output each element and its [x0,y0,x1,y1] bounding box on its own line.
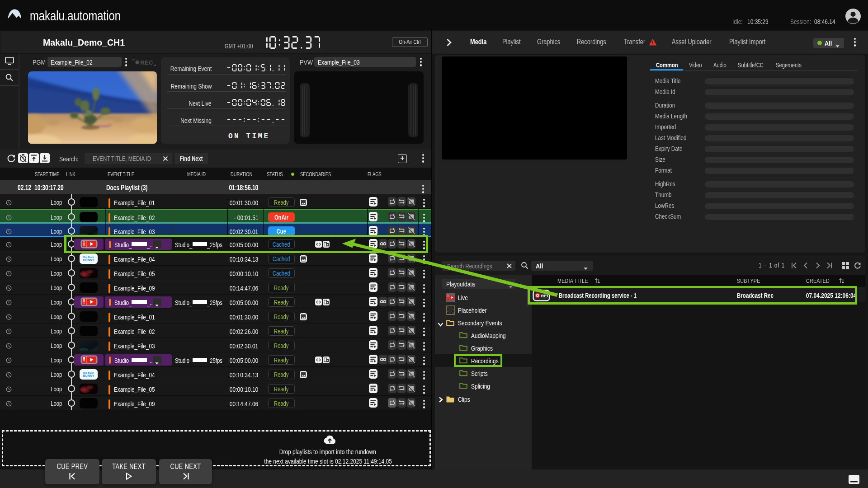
svg-text:REC: REC [140,59,153,66]
svg-text:BUNNY: BUNNY [83,258,94,262]
svg-text:REC: REC [541,293,550,298]
svg-text:BUNNY: BUNNY [83,374,94,377]
